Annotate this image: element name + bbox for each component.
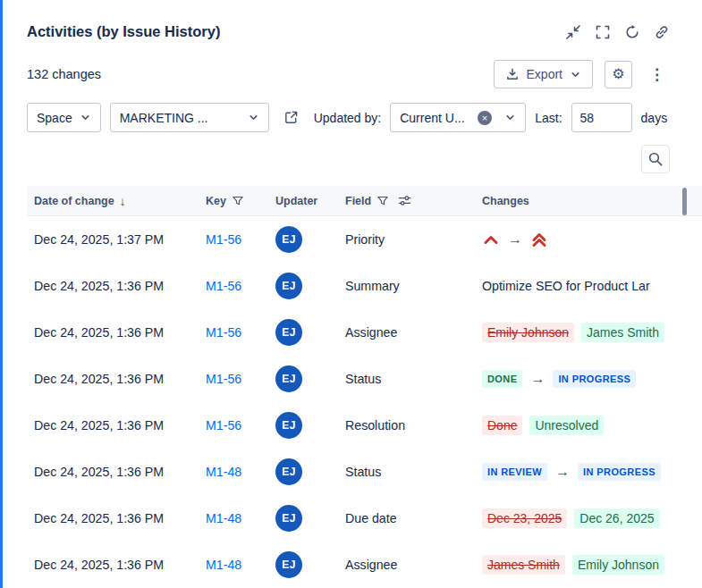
- old-status-badge: IN REVIEW: [482, 463, 547, 481]
- search-button[interactable]: [641, 145, 670, 173]
- export-label: Export: [527, 67, 562, 81]
- activities-gadget: Activities (by Issue History): [0, 0, 702, 588]
- column-header-changes[interactable]: Changes: [475, 195, 702, 207]
- field-name: Status: [338, 372, 475, 386]
- history-table: Date of change ↓ Key Updater Field: [27, 186, 702, 588]
- change-arrow-icon: →: [555, 464, 570, 480]
- changes-cell: →: [475, 231, 702, 248]
- updater-avatar[interactable]: EJ: [275, 412, 302, 439]
- chevron-down-icon: [570, 69, 581, 80]
- new-status-badge: IN PROGRESS: [553, 370, 636, 388]
- change-arrow-icon: →: [530, 371, 545, 387]
- field-settings-icon[interactable]: [398, 194, 411, 207]
- last-days-input[interactable]: [571, 103, 632, 132]
- change-date: Dec 24, 2025, 1:36 PM: [27, 558, 199, 572]
- changes-cell: Emily JohnsonJames Smith: [475, 323, 702, 342]
- priority-highest-icon: [530, 231, 548, 248]
- link-icon[interactable]: [654, 24, 670, 40]
- gadget-subheader: 132 changes Export ⚙ ⋮: [27, 60, 670, 88]
- old-value-pill: James Smith: [482, 555, 565, 575]
- issue-key-link[interactable]: M1-56: [206, 279, 241, 293]
- clear-filter-icon[interactable]: ×: [478, 111, 492, 125]
- change-date: Dec 24, 2025, 1:36 PM: [27, 511, 199, 525]
- open-project-external-icon[interactable]: [278, 104, 305, 132]
- change-date: Dec 24, 2025, 1:36 PM: [27, 465, 199, 479]
- updated-by-value: Current U...: [400, 111, 464, 125]
- table-row: Dec 24, 2025, 1:37 PMM1-56EJPriority→: [27, 216, 702, 263]
- chevron-down-icon: [248, 112, 259, 123]
- changes-cell: IN REVIEW→IN PROGRESS: [475, 463, 702, 481]
- change-text: Optimize SEO for Product Lar: [482, 279, 650, 293]
- download-icon: [505, 67, 520, 81]
- more-options-button[interactable]: ⋮: [644, 65, 670, 84]
- updater-avatar[interactable]: EJ: [275, 226, 302, 253]
- window-controls: [565, 24, 670, 40]
- updater-avatar[interactable]: EJ: [275, 273, 302, 299]
- chevron-down-icon: [504, 112, 516, 123]
- changes-cell: James SmithEmily Johnson: [475, 555, 702, 575]
- filter-funnel-icon[interactable]: [376, 195, 389, 207]
- table-row: Dec 24, 2025, 1:36 PMM1-48EJDue dateDec …: [27, 495, 702, 542]
- gadget-header: Activities (by Issue History): [27, 23, 670, 40]
- table-row: Dec 24, 2025, 1:36 PMM1-56EJStatusDONE→I…: [27, 356, 702, 402]
- project-dropdown[interactable]: MARKETING ...: [110, 103, 269, 132]
- project-dropdown-value: MARKETING ...: [120, 111, 208, 125]
- column-header-updater[interactable]: Updater: [268, 195, 338, 207]
- updater-avatar[interactable]: EJ: [275, 319, 302, 346]
- table-header-row: Date of change ↓ Key Updater Field: [27, 186, 702, 216]
- space-dropdown-label: Space: [37, 111, 72, 125]
- column-header-key[interactable]: Key: [199, 195, 268, 207]
- field-name: Assignee: [338, 325, 475, 340]
- issue-key-link[interactable]: M1-56: [206, 372, 241, 386]
- issue-key-link[interactable]: M1-48: [206, 558, 241, 572]
- new-value-pill: Emily Johnson: [572, 555, 664, 575]
- chevron-down-icon: [80, 112, 91, 123]
- table-row: Dec 24, 2025, 1:36 PMM1-48EJStatusIN REV…: [27, 449, 702, 495]
- updater-avatar[interactable]: EJ: [275, 365, 302, 392]
- updated-by-dropdown[interactable]: Current U... ×: [390, 103, 526, 132]
- issue-key-link[interactable]: M1-48: [206, 511, 241, 525]
- changes-cell: Optimize SEO for Product Lar: [475, 279, 702, 293]
- column-header-field[interactable]: Field: [338, 194, 475, 207]
- change-date: Dec 24, 2025, 1:36 PM: [27, 372, 199, 386]
- field-name: Priority: [338, 232, 475, 247]
- old-value-pill: Dec 23, 2025: [482, 508, 567, 528]
- column-header-date[interactable]: Date of change ↓: [27, 194, 199, 208]
- changes-cell: Dec 23, 2025Dec 26, 2025: [475, 508, 702, 528]
- collapse-icon[interactable]: [565, 24, 581, 40]
- search-icon: [647, 151, 664, 167]
- new-value-pill: Dec 26, 2025: [574, 508, 659, 528]
- issue-key-link[interactable]: M1-56: [206, 418, 241, 433]
- last-label: Last:: [535, 111, 562, 125]
- change-date: Dec 24, 2025, 1:37 PM: [27, 232, 199, 247]
- field-name: Assignee: [338, 558, 475, 572]
- updater-avatar[interactable]: EJ: [275, 551, 302, 578]
- updater-avatar[interactable]: EJ: [275, 505, 302, 532]
- search-row: [27, 145, 670, 173]
- table-row: Dec 24, 2025, 1:36 PMM1-48EJAssigneeJame…: [27, 542, 702, 588]
- old-status-badge: DONE: [482, 370, 522, 388]
- space-dropdown[interactable]: Space: [27, 103, 101, 132]
- sort-desc-icon[interactable]: ↓: [120, 194, 126, 208]
- issue-key-link[interactable]: M1-48: [206, 465, 241, 479]
- updated-by-label: Updated by:: [314, 111, 382, 125]
- field-name: Status: [338, 465, 475, 479]
- kebab-icon: ⋮: [649, 66, 664, 83]
- issue-key-link[interactable]: M1-56: [206, 325, 241, 340]
- filter-funnel-icon[interactable]: [232, 195, 244, 207]
- export-button[interactable]: Export: [494, 60, 593, 88]
- vertical-scrollbar-thumb[interactable]: [682, 188, 687, 215]
- changes-cell: DoneUnresolved: [475, 416, 702, 435]
- change-arrow-icon: →: [508, 231, 522, 248]
- refresh-icon[interactable]: [624, 24, 640, 40]
- gear-icon: ⚙: [612, 67, 624, 81]
- fullscreen-icon[interactable]: [595, 24, 611, 40]
- new-status-badge: IN PROGRESS: [578, 463, 661, 481]
- updater-avatar[interactable]: EJ: [275, 458, 302, 485]
- old-value-pill: Done: [482, 416, 522, 435]
- settings-button[interactable]: ⚙: [605, 61, 632, 88]
- table-row: Dec 24, 2025, 1:36 PMM1-56EJAssigneeEmil…: [27, 309, 702, 356]
- old-value-pill: Emily Johnson: [482, 323, 574, 342]
- issue-key-link[interactable]: M1-56: [206, 232, 241, 247]
- changes-count: 132 changes: [27, 67, 101, 81]
